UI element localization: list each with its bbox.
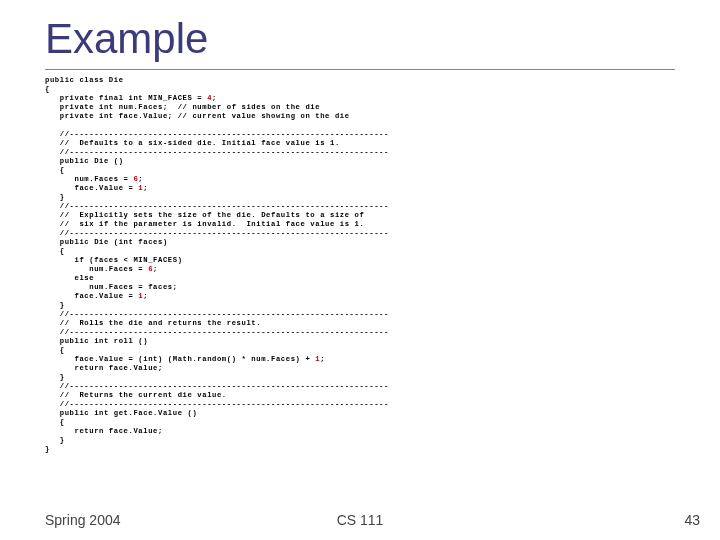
slide: Example public class Die { private final… [0,0,720,540]
footer-right: 43 [684,512,700,528]
footer-center: CS 111 [0,512,720,528]
code-block: public class Die { private final int MIN… [45,76,675,454]
slide-title: Example [45,15,675,63]
title-rule [45,69,675,70]
